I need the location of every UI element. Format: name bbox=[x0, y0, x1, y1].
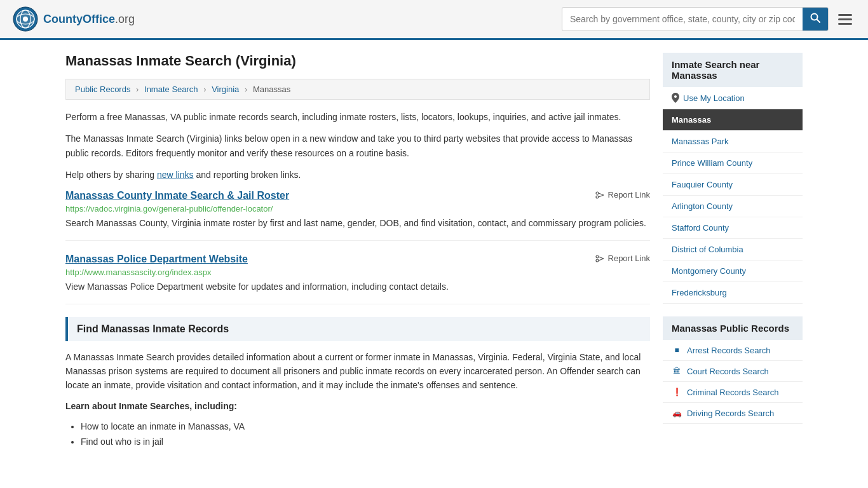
breadcrumb-public-records[interactable]: Public Records bbox=[75, 85, 130, 94]
result-title-1[interactable]: Manassas County Inmate Search & Jail Ros… bbox=[65, 190, 289, 201]
bullet-1: How to locate an inmate in Manassas, VA bbox=[81, 419, 650, 435]
sidebar-public-records-title: Manassas Public Records bbox=[663, 316, 803, 340]
main-container: Manassas Inmate Search (Virginia) Public… bbox=[53, 40, 815, 463]
logo-text: CountyOffice.org bbox=[43, 13, 135, 26]
report-link-1[interactable]: Report Link bbox=[595, 190, 650, 200]
page-title: Manassas Inmate Search (Virginia) bbox=[65, 53, 650, 69]
breadcrumb-current: Manassas bbox=[253, 85, 290, 94]
result-item-1: Manassas County Inmate Search & Jail Ros… bbox=[65, 190, 650, 241]
svg-line-15 bbox=[599, 259, 604, 261]
sidebar-pr-item-3[interactable]: 🚗Driving Records Search bbox=[663, 403, 803, 424]
svg-line-14 bbox=[599, 257, 604, 259]
pr-label-2: Criminal Records Search bbox=[687, 388, 779, 397]
search-input[interactable] bbox=[562, 9, 803, 29]
desc3-end: and reporting broken links. bbox=[196, 170, 301, 180]
content-area: Manassas Inmate Search (Virginia) Public… bbox=[65, 53, 650, 450]
report-link-2[interactable]: Report Link bbox=[595, 254, 650, 264]
sidebar-nearby-section: Inmate Search near Manassas Use My Locat… bbox=[663, 53, 803, 304]
breadcrumb-sep-1: › bbox=[136, 85, 139, 94]
svg-point-8 bbox=[596, 192, 599, 194]
pr-icon-0: ■ bbox=[672, 345, 682, 355]
result-desc-1: Search Manassas County, Virginia inmate … bbox=[65, 217, 650, 230]
sidebar-nearby-item-3[interactable]: Fauquier County bbox=[663, 174, 803, 196]
nearby-items-list: ManassasManassas ParkPrince William Coun… bbox=[663, 109, 803, 304]
sidebar: Inmate Search near Manassas Use My Locat… bbox=[663, 53, 803, 450]
site-header: CountyOffice.org bbox=[0, 0, 868, 40]
menu-line-1 bbox=[838, 14, 852, 16]
description-1: Perform a free Manassas, VA public inmat… bbox=[65, 110, 650, 124]
search-button[interactable] bbox=[803, 8, 828, 30]
sidebar-nearby-item-0[interactable]: Manassas bbox=[663, 109, 803, 131]
sidebar-nearby-item-6[interactable]: District of Columbia bbox=[663, 239, 803, 261]
report-link-text-2: Report Link bbox=[608, 254, 650, 263]
hamburger-menu-button[interactable] bbox=[835, 11, 855, 28]
sidebar-nearby-item-4[interactable]: Arlington County bbox=[663, 196, 803, 217]
menu-line-2 bbox=[838, 18, 852, 20]
svg-point-13 bbox=[596, 259, 599, 262]
location-pin-icon bbox=[672, 93, 679, 103]
sidebar-nearby-item-7[interactable]: Montgomery County bbox=[663, 261, 803, 282]
svg-point-5 bbox=[23, 17, 28, 22]
result-desc-2: View Manassas Police Department website … bbox=[65, 280, 650, 294]
scissors-icon-1 bbox=[595, 190, 605, 200]
svg-line-11 bbox=[599, 195, 604, 197]
pr-label-0: Arrest Records Search bbox=[687, 346, 771, 355]
find-section-heading: Find Manassas Inmate Records bbox=[65, 317, 650, 341]
result-url-2[interactable]: http://www.manassascity.org/index.aspx bbox=[65, 268, 650, 277]
use-my-location-button[interactable]: Use My Location bbox=[663, 87, 803, 109]
logo-icon bbox=[13, 6, 38, 32]
svg-point-9 bbox=[596, 196, 599, 198]
breadcrumb-sep-3: › bbox=[245, 85, 247, 94]
pr-icon-1: 🏛 bbox=[672, 366, 682, 376]
breadcrumb: Public Records › Inmate Search › Virgini… bbox=[65, 79, 650, 100]
learn-bullets: How to locate an inmate in Manassas, VA … bbox=[81, 419, 650, 450]
sidebar-pr-item-2[interactable]: ❗Criminal Records Search bbox=[663, 382, 803, 403]
sidebar-public-records-section: Manassas Public Records ■Arrest Records … bbox=[663, 316, 803, 424]
report-link-text-1: Report Link bbox=[608, 190, 650, 200]
header-right bbox=[562, 7, 855, 31]
pr-label-3: Driving Records Search bbox=[687, 409, 774, 418]
bullet-2: Find out who is in jail bbox=[81, 435, 650, 450]
svg-point-12 bbox=[596, 255, 599, 258]
result-header-2: Manassas Police Department Website Repor… bbox=[65, 254, 650, 265]
pr-label-1: Court Records Search bbox=[687, 367, 769, 376]
menu-line-3 bbox=[838, 23, 852, 25]
sidebar-pr-item-1[interactable]: 🏛Court Records Search bbox=[663, 361, 803, 382]
learn-heading: Learn about Inmate Searches, including: bbox=[65, 399, 650, 413]
sidebar-nearby-item-2[interactable]: Prince William County bbox=[663, 152, 803, 174]
breadcrumb-virginia[interactable]: Virginia bbox=[212, 85, 239, 94]
pr-icon-3: 🚗 bbox=[672, 408, 682, 418]
public-records-items-list: ■Arrest Records Search🏛Court Records Sea… bbox=[663, 340, 803, 424]
result-title-2[interactable]: Manassas Police Department Website bbox=[65, 254, 248, 265]
result-url-1[interactable]: https://vadoc.virginia.gov/general-publi… bbox=[65, 204, 650, 214]
desc3-text: Help others by sharing bbox=[65, 170, 154, 180]
use-my-location-label: Use My Location bbox=[683, 93, 745, 103]
svg-line-7 bbox=[817, 20, 820, 23]
sidebar-nearby-item-1[interactable]: Manassas Park bbox=[663, 131, 803, 152]
sidebar-nearby-item-8[interactable]: Fredericksburg bbox=[663, 282, 803, 304]
search-bar bbox=[562, 7, 829, 31]
description-3: Help others by sharing new links and rep… bbox=[65, 168, 650, 182]
search-icon bbox=[810, 13, 820, 23]
sidebar-nearby-title: Inmate Search near Manassas bbox=[663, 53, 803, 87]
find-body-1: A Manassas Inmate Search provides detail… bbox=[65, 350, 650, 393]
sidebar-nearby-item-5[interactable]: Stafford County bbox=[663, 217, 803, 239]
pr-icon-2: ❗ bbox=[672, 387, 682, 397]
result-header-1: Manassas County Inmate Search & Jail Ros… bbox=[65, 190, 650, 201]
sidebar-pr-item-0[interactable]: ■Arrest Records Search bbox=[663, 340, 803, 361]
scissors-icon-2 bbox=[595, 254, 605, 264]
result-item-2: Manassas Police Department Website Repor… bbox=[65, 254, 650, 304]
breadcrumb-inmate-search[interactable]: Inmate Search bbox=[144, 85, 198, 94]
svg-line-10 bbox=[599, 193, 604, 195]
logo-area: CountyOffice.org bbox=[13, 6, 135, 32]
breadcrumb-sep-2: › bbox=[203, 85, 206, 94]
new-links-link[interactable]: new links bbox=[157, 170, 194, 180]
description-2: The Manassas Inmate Search (Virginia) li… bbox=[65, 132, 650, 160]
